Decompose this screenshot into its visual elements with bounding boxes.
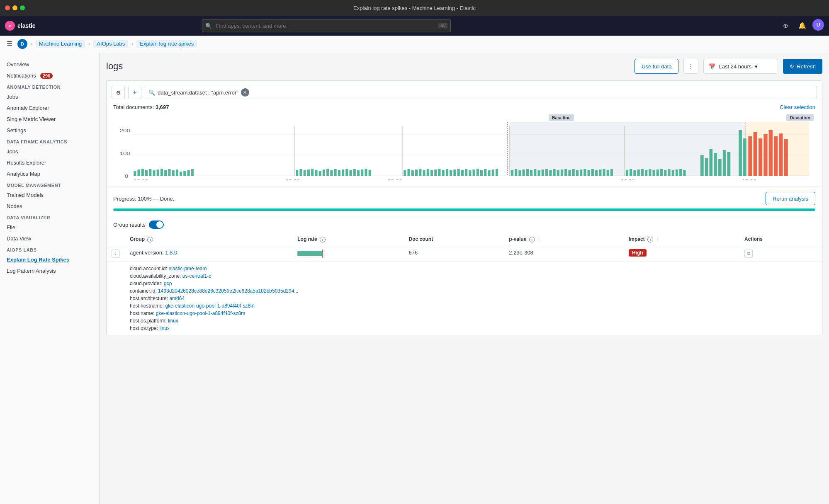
sidebar-item-trained-models[interactable]: Trained Models — [0, 189, 99, 201]
sidebar-section-anomaly: Anomaly Detection — [0, 81, 99, 91]
progress-text: Progress: 100% — Done. — [113, 196, 174, 202]
help-icon-btn[interactable]: ⊕ — [779, 19, 793, 32]
group-results-label: Group results — [113, 222, 146, 228]
svg-rect-29 — [304, 170, 306, 176]
svg-rect-59 — [446, 169, 448, 176]
impact-badge: High — [629, 249, 647, 257]
svg-rect-89 — [568, 170, 571, 176]
row-actions-cell: ⧉ — [739, 246, 822, 261]
svg-rect-102 — [626, 170, 628, 176]
sub-item-zone: cloud.availability_zone: us-central1-c — [130, 272, 817, 280]
minimize-dot[interactable] — [12, 5, 17, 10]
sidebar-item-log-pattern[interactable]: Log Pattern Analysis — [0, 265, 99, 276]
sidebar-item-notifications[interactable]: Notifications 296 — [0, 70, 99, 81]
svg-rect-82 — [542, 170, 544, 176]
query-input-wrap[interactable]: 🔍 data_stream.dataset : "apm.error" ✕ — [145, 86, 817, 99]
svg-rect-54 — [427, 169, 429, 176]
svg-rect-70 — [488, 170, 490, 176]
svg-rect-69 — [484, 169, 486, 176]
add-filter-button[interactable]: + — [128, 86, 141, 99]
chart-stats: Total documents: 3,697 Clear selection — [113, 104, 815, 110]
col-group[interactable]: Group i — [125, 233, 292, 246]
group-info-icon[interactable]: i — [147, 237, 153, 242]
sidebar-item-anomaly-explorer[interactable]: Anomaly Explorer — [0, 102, 99, 114]
sidebar-explain-spikes-label: Explain Log Rate Spikes — [7, 257, 69, 263]
sidebar-item-dfa-jobs[interactable]: Jobs — [0, 146, 99, 157]
breadcrumb-ml[interactable]: Machine Learning — [36, 40, 85, 48]
breadcrumb-aiops[interactable]: AIOps Labs — [93, 40, 128, 48]
sidebar-item-nodes[interactable]: Nodes — [0, 201, 99, 212]
use-full-data-button[interactable]: Use full data — [635, 59, 678, 74]
col-doc-count[interactable]: Doc count — [404, 233, 504, 246]
row-log-rate-cell — [292, 246, 404, 261]
row-p-value-cell: 2.23e-308 — [504, 246, 624, 261]
group-results-toggle[interactable] — [149, 220, 164, 229]
svg-rect-117 — [683, 170, 686, 176]
search-input[interactable] — [202, 19, 451, 32]
svg-rect-126 — [743, 138, 746, 176]
sidebar-item-results-explorer[interactable]: Results Explorer — [0, 157, 99, 168]
rerun-analysis-button[interactable]: Rerun analysis — [766, 192, 815, 205]
svg-rect-79 — [530, 170, 532, 176]
svg-rect-47 — [402, 126, 403, 176]
filter-button[interactable]: ⊖ — [112, 86, 125, 99]
sidebar-item-ad-settings[interactable]: Settings — [0, 125, 99, 136]
impact-info-icon[interactable]: i — [647, 237, 653, 242]
svg-rect-58 — [442, 170, 445, 176]
p-value-info-icon[interactable]: i — [529, 237, 535, 242]
global-search[interactable]: 🔍 ⌘/ — [202, 19, 451, 32]
svg-rect-101 — [624, 126, 625, 176]
svg-rect-27 — [296, 170, 298, 176]
notifications-badge: 296 — [40, 73, 53, 79]
svg-rect-115 — [676, 170, 678, 176]
sidebar-item-analytics-map[interactable]: Analytics Map — [0, 168, 99, 179]
sidebar-item-explain-spikes[interactable]: Explain Log Rate Spikes — [0, 254, 99, 265]
svg-rect-131 — [769, 130, 773, 176]
close-dot[interactable] — [5, 5, 10, 10]
svg-rect-53 — [423, 170, 425, 176]
svg-rect-68 — [480, 170, 483, 176]
clear-selection-button[interactable]: Clear selection — [780, 104, 815, 110]
elastic-logo-icon: e — [5, 21, 15, 31]
page-header: logs Use full data ⋮ 📅 Last 24 hours ▾ ↻… — [106, 59, 822, 74]
col-log-rate[interactable]: Log rate i — [292, 233, 404, 246]
alerts-icon-btn[interactable]: 🔔 — [796, 19, 809, 32]
time-picker[interactable]: 📅 Last 24 hours ▾ — [703, 59, 778, 74]
breadcrumb-current[interactable]: Explain log rate spikes — [136, 40, 197, 48]
refresh-button[interactable]: ↻ Refresh — [783, 59, 822, 74]
sidebar-item-data-view[interactable]: Data View — [0, 233, 99, 244]
svg-rect-94 — [588, 170, 590, 176]
sub-item-account: cloud.account.id: elastic-pme-team — [130, 265, 817, 272]
user-avatar[interactable]: U — [812, 19, 824, 31]
elastic-text: elastic — [17, 22, 36, 29]
log-rate-info-icon[interactable]: i — [320, 237, 326, 242]
row-expand-cell[interactable]: › — [107, 246, 125, 261]
svg-text:100: 100 — [119, 151, 130, 156]
elastic-logo[interactable]: e elastic — [5, 21, 36, 31]
results-table-wrap: Group i Log rate i Doc count p — [107, 233, 822, 336]
row-group-cell: agent.version: 1.8.0 — [125, 246, 292, 261]
sidebar-item-file[interactable]: File — [0, 222, 99, 233]
query-clear-button[interactable]: ✕ — [241, 88, 249, 97]
options-icon-button[interactable]: ⋮ — [683, 59, 698, 74]
col-p-value[interactable]: p-value i ↑ — [504, 233, 624, 246]
expand-row-button[interactable]: › — [112, 250, 120, 258]
sidebar-item-overview[interactable]: Overview — [0, 59, 99, 70]
external-link-icon[interactable]: ⧉ — [744, 250, 753, 258]
svg-rect-109 — [653, 170, 655, 176]
impact-sort-icon: ↑ — [656, 237, 658, 242]
p-value-sort-icon: ↑ — [538, 237, 540, 242]
col-impact[interactable]: Impact i ↑ — [624, 233, 739, 246]
page-title: logs — [106, 61, 123, 72]
sidebar-item-single-metric[interactable]: Single Metric Viewer — [0, 114, 99, 125]
window-controls[interactable] — [5, 5, 25, 10]
sub-item-container-id: container.id: 1493d20426028ce88e26c32059… — [130, 287, 817, 295]
svg-rect-65 — [469, 170, 471, 176]
col-expand — [107, 233, 125, 246]
menu-button[interactable]: ☰ — [7, 40, 12, 48]
svg-rect-15 — [153, 170, 155, 176]
top-nav: e elastic 🔍 ⌘/ ⊕ 🔔 U — [0, 16, 829, 36]
sidebar-item-ad-jobs[interactable]: Jobs — [0, 91, 99, 102]
breadcrumb-sep-2: › — [88, 41, 90, 47]
maximize-dot[interactable] — [20, 5, 25, 10]
